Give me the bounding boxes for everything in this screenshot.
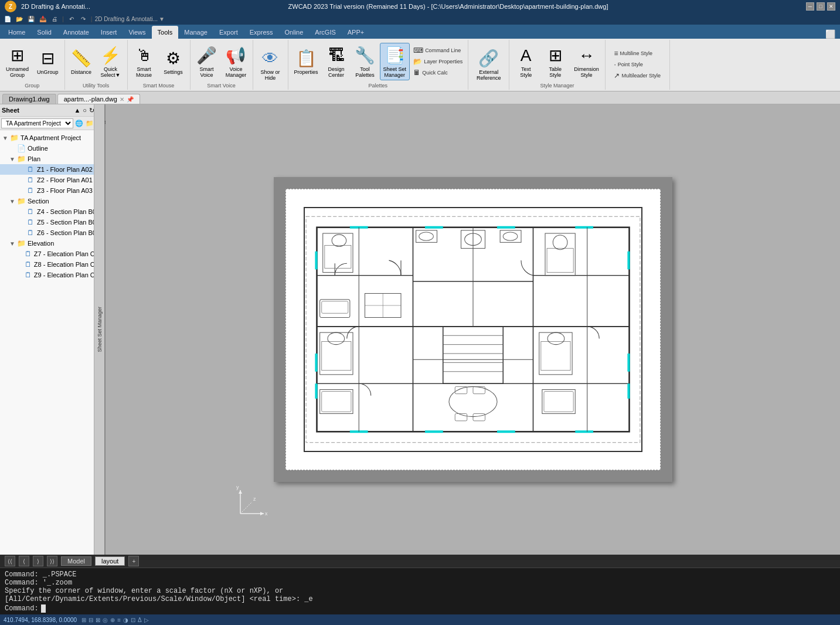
canvas-area[interactable]: x y z — [106, 104, 840, 555]
panel-circle-btn[interactable]: ○ — [83, 107, 87, 114]
undo-btn[interactable]: ↶ — [66, 13, 77, 24]
ortho-icon[interactable]: ⊠ — [96, 617, 100, 623]
show-hide-btn[interactable]: 👁 Show orHide — [256, 46, 284, 83]
save-btn[interactable]: 💾 — [26, 13, 36, 24]
selection-icon[interactable]: ⊡ — [131, 617, 135, 623]
print-btn[interactable]: 🖨 — [49, 13, 60, 24]
tab-express[interactable]: Express — [244, 26, 279, 39]
open-file-btn[interactable]: 📂 — [14, 13, 25, 24]
annotate-scale-icon[interactable]: Δ — [138, 617, 142, 623]
tab-arcgis[interactable]: ArcGIS — [309, 26, 341, 39]
quick-calc-btn[interactable]: 🖩 Quick Calc — [410, 67, 465, 78]
command-line-btn[interactable]: ⌨ Command Line — [410, 45, 465, 56]
nav-prev-btn[interactable]: ⟨ — [19, 556, 29, 566]
panel-up-btn[interactable]: ▲ — [74, 107, 80, 114]
tree-z6[interactable]: 🗒 Z6 - Section Plan B03 — [0, 227, 104, 238]
tab-annotate[interactable]: Annotate — [57, 26, 95, 39]
title-left: Z 2D Drafting & Annotati... — [5, 1, 90, 12]
minimize-btn[interactable]: ─ — [806, 2, 814, 11]
point-style-btn[interactable]: · Point Style — [611, 59, 664, 70]
tree-z1[interactable]: 🗒 Z1 - Floor Plan A02 — [0, 164, 104, 175]
tool-palettes-btn[interactable]: 🔧 ToolPalettes — [351, 43, 379, 80]
status-icons: ⊞ ⊟ ⊠ ◎ ⊕ ≡ ◑ ⊡ Δ ▷ — [81, 617, 149, 623]
dimension-style-btn[interactable]: ↔ DimensionStyle — [570, 43, 603, 80]
tree-project[interactable]: ▼ 📁 TA Apartment Project — [0, 133, 104, 143]
doc-tab-drawing1[interactable]: Drawing1.dwg — [2, 94, 56, 104]
ribbon-collapse-btn[interactable]: ⬜ — [825, 29, 835, 39]
tab-app-plus[interactable]: APP+ — [342, 26, 370, 39]
doc-tab-apartment-close[interactable]: ✕ — [120, 96, 124, 103]
layout-tab[interactable]: layout — [95, 556, 125, 566]
maximize-btn[interactable]: □ — [817, 2, 825, 11]
tree-z4[interactable]: 🗒 Z4 - Section Plan B01 — [0, 206, 104, 217]
ungroup-btn[interactable]: ⊟ UnGroup — [33, 46, 62, 77]
dropdown-arrow-version[interactable]: ▼ — [159, 16, 165, 22]
tab-views[interactable]: Views — [123, 26, 151, 39]
tree-z9[interactable]: 🗒 Z9 - Elecation Plan C03 — [0, 270, 104, 280]
layer-properties-btn[interactable]: 📂 Layer Properties — [410, 56, 465, 67]
doc-tab-apartment-pin[interactable]: 📌 — [127, 96, 134, 103]
tree-z3[interactable]: 🗒 Z3 - Floor Plan A03 — [0, 185, 104, 196]
window-controls[interactable]: ─ □ ✕ — [806, 2, 835, 11]
tree-plan-folder[interactable]: ▼ 📁 Plan — [0, 154, 104, 164]
polar-icon[interactable]: ◎ — [103, 617, 108, 623]
title-bar: Z 2D Drafting & Annotati... ZWCAD 2023 T… — [0, 0, 840, 13]
project-expand: ▼ — [2, 135, 9, 141]
design-center-btn[interactable]: 🏗 DesignCenter — [322, 43, 351, 80]
new-file-btn[interactable]: 📄 — [2, 13, 13, 24]
svg-rect-33 — [315, 383, 317, 399]
add-layout-btn[interactable]: + — [128, 556, 139, 566]
external-reference-btn[interactable]: 🔗 ExternalReference — [473, 46, 505, 83]
tab-insert[interactable]: Insert — [95, 26, 123, 39]
multiline-style-btn[interactable]: ≡ Multiline Style — [611, 48, 664, 59]
globe-btn[interactable]: 🌐 — [74, 118, 84, 128]
tree-z2[interactable]: 🗒 Z2 - Floor Plan A01 — [0, 175, 104, 185]
svg-text:z: z — [253, 496, 256, 502]
grid-icon[interactable]: ⊞ — [81, 617, 86, 623]
tab-export[interactable]: Export — [213, 26, 244, 39]
tree-z5[interactable]: 🗒 Z5 - Section Plan B02 — [0, 217, 104, 227]
nav-next-btn[interactable]: ⟩ — [33, 556, 43, 566]
project-dropdown[interactable]: TA Apartment Project — [1, 118, 73, 128]
tab-tools[interactable]: Tools — [152, 26, 179, 39]
text-style-btn[interactable]: A TextStyle — [512, 43, 540, 80]
voice-manager-btn[interactable]: 📢 VoiceManager — [222, 43, 250, 80]
doc-tab-apartment[interactable]: apartm...-plan.dwg ✕ 📌 — [57, 94, 140, 104]
ssm-side-panel[interactable]: Sheet Set Manager — [94, 104, 104, 555]
multileader-style-btn[interactable]: ↗ Multileader Style — [611, 70, 664, 81]
quick-select-btn[interactable]: ⚡ QuickSelect▼ — [97, 43, 125, 80]
nav-last-btn[interactable]: ⟩⟩ — [47, 556, 57, 566]
tree-outline[interactable]: 📄 Outline — [0, 143, 104, 154]
table-style-btn[interactable]: ⊞ TableStyle — [541, 43, 569, 80]
folder-btn[interactable]: 📁 — [85, 118, 94, 128]
tab-solid[interactable]: Solid — [31, 26, 57, 39]
snap-icon[interactable]: ⊟ — [89, 617, 93, 623]
properties-btn[interactable]: 📋 Properties — [291, 46, 322, 77]
tree-z7[interactable]: 🗒 Z7 - Elecation Plan C01 — [0, 249, 104, 259]
close-btn[interactable]: ✕ — [827, 2, 835, 11]
bottom-tab-bar: ⟨⟨ ⟨ ⟩ ⟩⟩ Model layout + — [0, 555, 840, 568]
redo-btn[interactable]: ↷ — [78, 13, 89, 24]
design-center-icon: 🏗 — [326, 45, 347, 66]
model-tab[interactable]: Model — [61, 556, 91, 566]
tree-elevation-folder[interactable]: ▼ 📁 Elevation — [0, 238, 104, 249]
sheet-set-manager-btn[interactable]: 📑 Sheet SetManager — [380, 43, 410, 80]
tab-online[interactable]: Online — [279, 26, 310, 39]
expand-status-icon[interactable]: ▷ — [144, 617, 149, 623]
tab-home[interactable]: Home — [2, 26, 31, 39]
tree-section-folder[interactable]: ▼ 📁 Section — [0, 196, 104, 206]
save-as-btn[interactable]: 📥 — [38, 13, 48, 24]
tree-z8[interactable]: 🗒 Z8 - Elecation Plan C02 — [0, 259, 104, 270]
lineweight-icon[interactable]: ≡ — [117, 617, 121, 623]
command-area[interactable]: Command: _.PSPACE Command: '_.zoom Speci… — [0, 568, 840, 614]
nav-first-btn[interactable]: ⟨⟨ — [5, 556, 15, 566]
smart-mouse-btn[interactable]: 🖱 SmartMouse — [130, 43, 158, 80]
tab-manage[interactable]: Manage — [178, 26, 213, 39]
smart-voice-btn[interactable]: 🎤 SmartVoice — [193, 43, 221, 80]
sheet-tree: ▼ 📁 TA Apartment Project 📄 Outline ▼ 📁 P… — [0, 130, 104, 555]
settings-btn[interactable]: ⚙ Settings — [159, 46, 188, 77]
transparency-icon[interactable]: ◑ — [123, 617, 128, 623]
unnamed-group-btn[interactable]: ⊞ UnnamedGroup — [2, 43, 32, 80]
distance-btn[interactable]: 📏 Distance — [67, 46, 96, 77]
osnap-icon[interactable]: ⊕ — [110, 617, 115, 623]
